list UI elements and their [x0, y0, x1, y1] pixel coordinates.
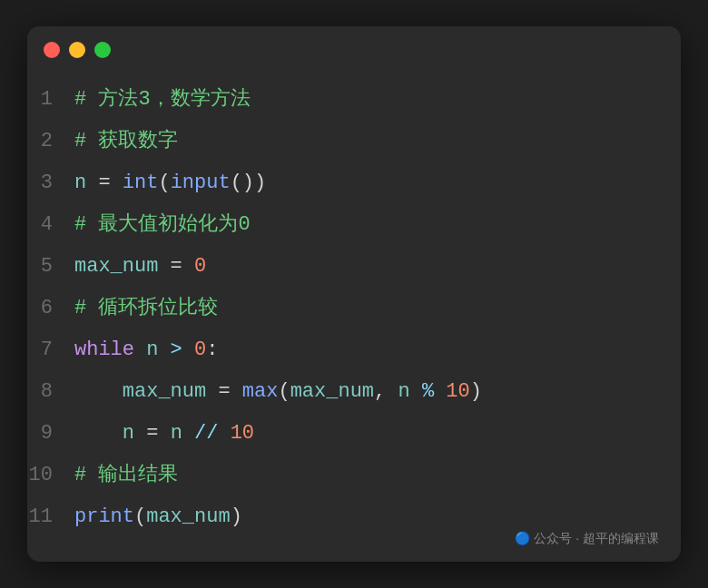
code-content: max_num = 0: [74, 251, 206, 281]
line-number: 11: [27, 505, 74, 528]
maximize-dot[interactable]: [94, 42, 111, 58]
line-number: 1: [27, 88, 74, 111]
code-content: # 循环拆位比较: [74, 293, 218, 323]
line-number: 10: [27, 464, 74, 486]
line-number: 8: [27, 380, 74, 403]
titlebar: [27, 26, 681, 74]
code-line: 5max_num = 0: [27, 250, 681, 291]
line-number: 6: [27, 297, 74, 319]
code-line: 6# 循环拆位比较: [27, 291, 681, 333]
code-content: # 获取数字: [74, 126, 178, 156]
line-number: 3: [27, 172, 74, 194]
code-content: # 最大值初始化为0: [74, 210, 251, 240]
code-line: 1# 方法3，数学方法: [27, 83, 681, 124]
code-content: # 输出结果: [74, 460, 178, 490]
code-line: 4# 最大值初始化为0: [27, 208, 681, 250]
code-content: max_num = max(max_num, n % 10): [74, 377, 482, 407]
minimize-dot[interactable]: [69, 42, 85, 58]
line-number: 5: [27, 255, 74, 278]
code-content: # 方法3，数学方法: [74, 84, 251, 114]
code-area: 1# 方法3，数学方法2# 获取数字3n = int(input())4# 最大…: [27, 74, 681, 560]
code-line: 10# 输出结果: [27, 458, 681, 500]
line-number: 7: [27, 338, 74, 361]
code-line: 2# 获取数字: [27, 124, 681, 166]
code-content: n = n // 10: [74, 418, 254, 448]
code-content: print(max_num): [74, 502, 242, 532]
close-dot[interactable]: [44, 42, 60, 58]
code-content: n = int(input()): [74, 168, 266, 198]
code-line: 7while n > 0:: [27, 333, 681, 375]
code-window: 1# 方法3，数学方法2# 获取数字3n = int(input())4# 最大…: [27, 26, 681, 562]
code-line: 3n = int(input()): [27, 166, 681, 208]
code-line: 9 n = n // 10: [27, 416, 681, 458]
line-number: 2: [27, 130, 74, 152]
footer-watermark: 🔵 公众号 · 超平的编程课: [515, 531, 659, 547]
code-line: 8 max_num = max(max_num, n % 10): [27, 375, 681, 416]
line-number: 9: [27, 422, 74, 445]
line-number: 4: [27, 213, 74, 236]
code-content: while n > 0:: [74, 335, 218, 365]
